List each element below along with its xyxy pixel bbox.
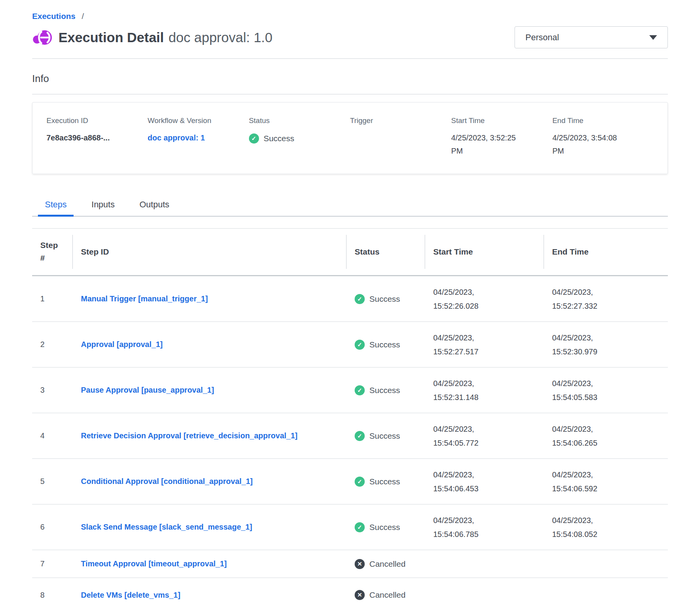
step-number: 5 xyxy=(32,477,73,486)
status-cell: ✓Success xyxy=(347,385,425,395)
step-id-link[interactable]: Timeout Approval [timeout_approval_1] xyxy=(81,557,227,571)
step-id-cell: Timeout Approval [timeout_approval_1] xyxy=(73,557,347,571)
table-row: 1 Manual Trigger [manual_trigger_1] ✓Suc… xyxy=(32,276,668,322)
success-check-icon: ✓ xyxy=(355,431,365,441)
end-time-cell: 04/25/2023, 15:54:06.592 xyxy=(544,468,608,496)
end-time-cell: 04/25/2023, 15:54:06.265 xyxy=(544,422,608,450)
table-row: 8 Delete VMs [delete_vms_1] ✕Cancelled xyxy=(32,578,668,612)
info-field: Trigger xyxy=(350,116,451,157)
info-field-label: Status xyxy=(249,116,350,125)
info-card: Execution ID 7e8ac396-a868-... Workflow … xyxy=(32,102,668,174)
step-id-cell: Approval [approval_1] xyxy=(73,338,347,351)
start-time-cell: 04/25/2023, 15:54:06.453 xyxy=(425,468,489,496)
breadcrumb-executions-link[interactable]: Executions xyxy=(32,12,75,21)
status-cell: ✓Success xyxy=(347,294,425,304)
step-id-link[interactable]: Retrieve Decision Approval [retrieve_dec… xyxy=(81,429,297,443)
status-label: Success xyxy=(369,523,400,532)
step-id-cell: Conditional Approval [conditional_approv… xyxy=(73,475,347,488)
info-field-label: Trigger xyxy=(350,116,451,125)
step-id-link[interactable]: Manual Trigger [manual_trigger_1] xyxy=(81,292,208,306)
breadcrumb-separator: / xyxy=(82,12,84,21)
status-badge: ✕Cancelled xyxy=(355,590,405,600)
info-field-label: Workflow & Version xyxy=(148,116,249,125)
info-field-value: 4/25/2023, 3:52:25 PM xyxy=(451,131,525,157)
table-row: 7 Timeout Approval [timeout_approval_1] … xyxy=(32,550,668,578)
info-field-label: Execution ID xyxy=(46,116,148,125)
start-time-cell: 04/25/2023, 15:52:31.148 xyxy=(425,376,489,404)
success-check-icon: ✓ xyxy=(249,133,259,144)
start-time-cell: 04/25/2023, 15:54:05.772 xyxy=(425,422,489,450)
step-id-link[interactable]: Delete VMs [delete_vms_1] xyxy=(81,588,180,602)
step-number: 7 xyxy=(32,559,73,568)
status-cell: ✕Cancelled xyxy=(347,559,425,569)
info-field: Start Time 4/25/2023, 3:52:25 PM xyxy=(451,116,552,157)
status-label: Cancelled xyxy=(369,559,405,569)
chevron-down-icon xyxy=(649,35,657,40)
info-field-label: Start Time xyxy=(451,116,552,125)
step-number: 2 xyxy=(32,340,73,349)
tab-inputs[interactable]: Inputs xyxy=(84,197,122,216)
end-time-cell: 04/25/2023, 15:54:08.052 xyxy=(544,513,608,541)
info-field-value: ✓Success xyxy=(249,131,323,145)
steps-table-body: 1 Manual Trigger [manual_trigger_1] ✓Suc… xyxy=(32,276,668,612)
status-cell: ✓Success xyxy=(347,340,425,350)
info-field-value: doc approval: 1 xyxy=(148,131,221,144)
status-badge: ✓Success xyxy=(355,522,400,532)
execution-detail-page: Executions / Execution Detaildoc approva… xyxy=(0,0,700,612)
start-time-cell: 04/25/2023, 15:52:26.028 xyxy=(425,285,489,313)
info-field: Status ✓Success xyxy=(249,116,350,157)
workflow-app-icon xyxy=(32,27,52,48)
step-id-cell: Delete VMs [delete_vms_1] xyxy=(73,588,347,602)
page-title: Execution Detail xyxy=(58,30,164,45)
tab-steps[interactable]: Steps xyxy=(38,197,74,216)
table-row: 4 Retrieve Decision Approval [retrieve_d… xyxy=(32,413,668,459)
scope-select-value: Personal xyxy=(525,32,559,43)
column-header-end-time: End Time xyxy=(544,229,668,275)
status-cell: ✓Success xyxy=(347,431,425,441)
info-field: Workflow & Version doc approval: 1 xyxy=(148,116,249,157)
status-label: Success xyxy=(264,132,294,145)
step-id-link[interactable]: Pause Approval [pause_approval_1] xyxy=(81,383,214,397)
info-field-label: End Time xyxy=(552,116,654,125)
status-label: Cancelled xyxy=(369,590,405,600)
divider xyxy=(32,94,668,94)
end-time-cell: 04/25/2023, 15:52:30.979 xyxy=(544,331,608,359)
status-cell: ✓Success xyxy=(347,477,425,487)
success-check-icon: ✓ xyxy=(355,340,365,350)
info-field-value: 4/25/2023, 3:54:08 PM xyxy=(552,131,626,157)
status-label: Success xyxy=(369,477,400,486)
column-header-status: Status xyxy=(347,229,425,275)
step-number: 3 xyxy=(32,386,73,395)
step-id-link[interactable]: Approval [approval_1] xyxy=(81,338,163,351)
cancelled-x-icon: ✕ xyxy=(355,590,365,600)
scope-select[interactable]: Personal xyxy=(515,26,668,48)
tabs: StepsInputsOutputs xyxy=(32,197,668,217)
status-badge: ✓Success xyxy=(355,385,400,395)
success-check-icon: ✓ xyxy=(355,477,365,487)
step-id-cell: Pause Approval [pause_approval_1] xyxy=(73,383,347,397)
column-header-step-id: Step ID xyxy=(73,229,347,275)
status-badge: ✓Success xyxy=(355,431,400,441)
status-label: Success xyxy=(369,431,400,441)
status-cell: ✓Success xyxy=(347,522,425,532)
status-badge: ✓Success xyxy=(249,132,294,145)
success-check-icon: ✓ xyxy=(355,294,365,304)
table-row: 6 Slack Send Message [slack_send_message… xyxy=(32,504,668,550)
info-section-heading: Info xyxy=(32,73,668,85)
status-cell: ✕Cancelled xyxy=(347,590,425,600)
tab-outputs[interactable]: Outputs xyxy=(132,197,176,216)
workflow-version-link[interactable]: doc approval: 1 xyxy=(148,133,205,142)
status-label: Success xyxy=(369,386,400,395)
end-time-cell: 04/25/2023, 15:54:05.583 xyxy=(544,376,608,404)
step-id-cell: Slack Send Message [slack_send_message_1… xyxy=(73,520,347,534)
title-row: Execution Detaildoc approval: 1.0 Person… xyxy=(32,26,668,48)
cancelled-x-icon: ✕ xyxy=(355,559,365,569)
step-number: 6 xyxy=(32,523,73,532)
breadcrumb: Executions / xyxy=(32,0,668,21)
step-id-link[interactable]: Conditional Approval [conditional_approv… xyxy=(81,475,253,488)
step-id-link[interactable]: Slack Send Message [slack_send_message_1… xyxy=(81,520,252,534)
status-badge: ✓Success xyxy=(355,294,400,304)
column-header-step-: Step # xyxy=(32,229,73,275)
step-id-cell: Manual Trigger [manual_trigger_1] xyxy=(73,292,347,306)
workflow-name-subtitle: doc approval: 1.0 xyxy=(168,30,273,45)
